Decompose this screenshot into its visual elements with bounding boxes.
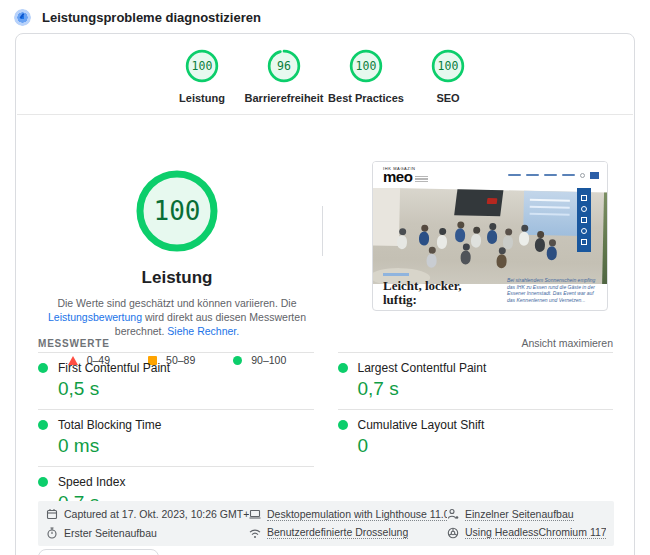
laptop-icon [249, 508, 261, 520]
device-emulation[interactable]: Desktopemulation with Lighthouse 11.0.0 [249, 508, 447, 521]
capture-time: Captured at 17. Okt. 2023, 10:26 GMT+2 [46, 508, 249, 520]
page-title: Leistungsprobleme diagnostizieren [42, 10, 261, 25]
preview-nav-links [508, 172, 599, 179]
menu-icon [581, 239, 587, 245]
report-header: Leistungsprobleme diagnostizieren [14, 9, 261, 26]
score-value: 100 [430, 48, 466, 84]
article-kicker [383, 273, 409, 276]
metrics-header: MESSWERTE Ansicht maximieren [38, 337, 613, 349]
metric-label: Total Blocking Time [58, 418, 161, 432]
divider [17, 114, 633, 115]
article-headline: Leicht, locker, luftig: [383, 279, 487, 307]
page-screenshot-preview[interactable]: IHK MAGAZIN meo [372, 161, 608, 311]
performance-gauge-panel: 100 Leistung Die Werte sind geschätzt un… [16, 161, 338, 366]
category-scores: 100 Leistung 96 Barrierefreiheit [16, 48, 634, 104]
score-leistung[interactable]: 100 Leistung [161, 48, 243, 104]
score-value: 100 [184, 48, 220, 84]
metric-value: 0 [358, 435, 614, 457]
search-icon [580, 173, 585, 178]
crowd [399, 228, 406, 235]
metric-first-contentful-paint: First Contentful Paint 0,5 s [38, 352, 314, 409]
foliage [602, 192, 607, 284]
phone-icon [581, 206, 587, 212]
preview-social-sidebar [577, 188, 591, 252]
page-load-mode[interactable]: Einzelner Seitenaufbau [447, 508, 606, 521]
share-icon [581, 195, 587, 201]
mail-icon [581, 217, 587, 223]
score-label: Leistung [179, 92, 225, 104]
score-disclaimer: Die Werte sind geschätzt und können vari… [31, 296, 323, 338]
throttling-mode[interactable]: Benutzerdefinierte Drosselung [249, 526, 447, 539]
metric-total-blocking-time: Total Blocking Time 0 ms [38, 409, 314, 466]
score-value: 96 [266, 48, 302, 84]
social-icon [581, 228, 587, 234]
pass-dot-icon [338, 420, 348, 430]
link-siehe-rechner[interactable]: Siehe Rechner. [167, 325, 239, 337]
event-banner [523, 191, 582, 236]
chromium-icon [447, 527, 459, 539]
run-environment: Captured at 17. Okt. 2023, 10:26 GMT+2 D… [38, 501, 614, 546]
preview-article-teaser: Leicht, locker, luftig: Bei strahlendem … [383, 273, 599, 307]
first-page-load: Erster Seitenaufbau [46, 527, 249, 539]
score-label: Barrierefreiheit [245, 92, 324, 104]
metrics-title: MESSWERTE [38, 338, 110, 349]
metric-cumulative-layout-shift: Cumulative Layout Shift 0 [338, 409, 614, 466]
metric-label: Speed Index [58, 475, 125, 489]
pass-dot-icon [38, 363, 48, 373]
score-best-practices[interactable]: 100 Best Practices [325, 48, 407, 104]
score-label: SEO [436, 92, 459, 104]
vertical-divider [322, 206, 323, 256]
preview-site-header: IHK MAGAZIN meo [373, 162, 607, 188]
pagespeed-gauge-icon [14, 9, 31, 26]
metric-value: 0,5 s [58, 378, 314, 400]
disclaimer-text: Die Werte sind geschätzt und können vari… [57, 297, 296, 309]
metric-value: 0 ms [58, 435, 314, 457]
browser-version[interactable]: Using HeadlessChromium 117.0.5938.149 wi… [447, 526, 606, 539]
metric-label: Cumulative Layout Shift [358, 418, 485, 432]
network-icon [249, 527, 261, 539]
logo-tagline-lines [415, 176, 428, 184]
collapsed-section[interactable] [38, 549, 159, 555]
metric-label: Largest Contentful Paint [358, 361, 487, 375]
food-truck [454, 189, 503, 216]
metric-largest-contentful-paint: Largest Contentful Paint 0,7 s [338, 352, 614, 409]
pass-dot-icon [38, 420, 48, 430]
report-card: 100 Leistung 96 Barrierefreiheit [15, 33, 635, 555]
article-teaser-text: Bei strahlendem Sonnenschein empfing das… [507, 277, 599, 307]
link-leistungsbewertung[interactable]: Leistungsbewertung [48, 311, 142, 323]
expand-view-button[interactable]: Ansicht maximieren [521, 337, 613, 349]
performance-score-value: 100 [135, 169, 219, 253]
metrics-grid: First Contentful Paint 0,5 s Total Block… [38, 352, 613, 523]
preview-hero-photo [373, 188, 607, 284]
pass-dot-icon [338, 363, 348, 373]
score-value: 100 [348, 48, 384, 84]
metric-label: First Contentful Paint [58, 361, 170, 375]
pagespeed-report: Leistungsprobleme diagnostizieren 100 Le… [0, 0, 650, 555]
score-seo[interactable]: 100 SEO [407, 48, 489, 104]
preview-site-logo: IHK MAGAZIN meo [383, 167, 428, 183]
performance-gauge: 100 [135, 169, 219, 253]
person-icon [447, 508, 459, 520]
metric-value: 0,7 s [358, 378, 614, 400]
score-barrierefreiheit[interactable]: 96 Barrierefreiheit [243, 48, 325, 104]
ihk-logo [590, 172, 599, 179]
performance-title: Leistung [16, 268, 338, 288]
pass-dot-icon [38, 477, 48, 487]
stopwatch-icon [46, 527, 58, 539]
score-label: Best Practices [328, 92, 404, 104]
logo-wordmark: meo [383, 171, 412, 183]
calendar-icon [46, 508, 58, 520]
